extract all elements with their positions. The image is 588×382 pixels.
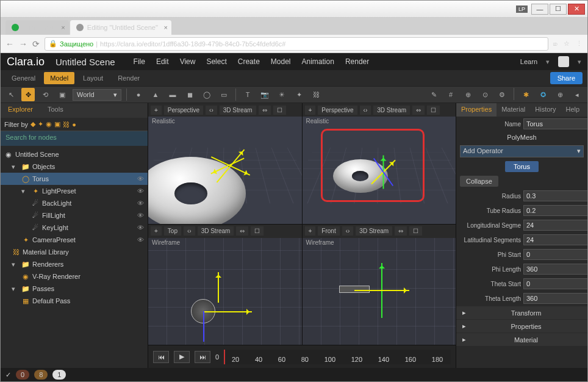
gizmo-icon[interactable]: ✱ <box>519 88 532 101</box>
subtab-general[interactable]: General <box>5 72 41 84</box>
filter-camera-icon[interactable]: ◉ <box>46 120 52 128</box>
menu-model[interactable]: Model <box>271 57 291 66</box>
subtab-layout[interactable]: Layout <box>77 72 109 84</box>
visibility-icon[interactable]: 👁 <box>137 187 144 195</box>
tree-torus[interactable]: ◯Torus👁 <box>1 173 148 185</box>
to-end-button[interactable]: ⏭ <box>195 351 210 363</box>
tree-filllight[interactable]: ☄FillLight👁 <box>1 209 148 222</box>
forward-button[interactable]: → <box>19 39 27 49</box>
visibility-icon[interactable]: 👁 <box>137 224 144 231</box>
user-icon[interactable] <box>558 56 569 67</box>
menu-select[interactable]: Select <box>206 57 226 66</box>
tree-scene[interactable]: ◉Untitled Scene <box>1 148 148 160</box>
text-icon[interactable]: T <box>241 88 254 101</box>
theta-start-input[interactable] <box>523 278 588 289</box>
tree-keylight[interactable]: ☄KeyLight👁 <box>1 222 148 234</box>
tab-material[interactable]: Material <box>497 103 530 117</box>
close-tab-icon[interactable]: × <box>61 24 65 31</box>
visibility-icon[interactable]: 👁 <box>137 175 144 182</box>
sphere-icon[interactable]: ● <box>132 88 145 101</box>
status-pill[interactable]: 8 <box>34 370 48 380</box>
phi-length-input[interactable] <box>523 264 588 275</box>
menu-file[interactable]: File <box>134 57 145 66</box>
tab-properties[interactable]: Properties <box>456 103 497 117</box>
viewport-top[interactable]: +Top‹›3D Stream⇔☐ Wireframe <box>148 225 302 345</box>
torus-operator-button[interactable]: Torus <box>505 161 539 172</box>
radius-input[interactable] <box>523 190 588 201</box>
timeline-track[interactable]: 20406080100120140160180 <box>224 350 451 364</box>
menu-render[interactable]: Render <box>345 57 369 66</box>
filter-material-icon[interactable]: ▣ <box>54 120 60 128</box>
chevron-left-icon[interactable]: ◂ <box>570 88 584 101</box>
add-operator-select[interactable]: Add Operator▾ <box>460 145 584 157</box>
cone-icon[interactable]: ▲ <box>149 88 162 101</box>
maximize-button[interactable]: ☐ <box>550 4 567 15</box>
play-button[interactable]: ▶ <box>174 351 190 363</box>
status-pill[interactable]: 0 <box>16 370 29 380</box>
filter-bone-icon[interactable]: ⛓ <box>63 121 70 128</box>
section-transform[interactable]: ▸Transform <box>456 306 587 319</box>
tab-tools[interactable]: Tools <box>40 103 71 118</box>
grid-icon[interactable]: # <box>444 88 457 101</box>
filter-null-icon[interactable]: ● <box>72 121 76 128</box>
subtab-model[interactable]: Model <box>44 72 74 84</box>
visibility-icon[interactable]: 👁 <box>137 200 144 207</box>
viewport-front[interactable]: +Front‹›3D Stream⇔☐ Wireframe <box>303 225 456 345</box>
rotate-icon[interactable]: ⟲ <box>38 88 52 101</box>
tree-default-pass[interactable]: ▦Default Pass <box>1 295 148 307</box>
tree-backlight[interactable]: ☄BackLight👁 <box>1 197 148 209</box>
learn-dropdown[interactable]: Learn <box>520 58 537 65</box>
tree-objects[interactable]: ▾📁Objects <box>1 160 148 173</box>
coord-space-select[interactable]: World▾ <box>73 89 121 101</box>
share-button[interactable]: Share <box>550 72 583 84</box>
close-button[interactable]: ✕ <box>568 4 585 15</box>
lat-seg-input[interactable] <box>523 234 588 245</box>
tab-explorer[interactable]: Explorer <box>1 103 40 118</box>
snap-icon[interactable]: ⊕ <box>461 88 475 101</box>
tree-vray[interactable]: ◉V-Ray Renderer <box>1 270 148 283</box>
subtab-render[interactable]: Render <box>112 72 146 84</box>
name-input[interactable] <box>523 118 588 129</box>
close-tab-icon[interactable]: × <box>163 24 167 31</box>
browser-tab[interactable]: Lumpics.ru× <box>5 20 69 35</box>
status-pill[interactable]: 1 <box>52 370 66 380</box>
menu-view[interactable]: View <box>180 57 196 66</box>
bone-icon[interactable]: ⛓ <box>309 88 323 101</box>
menu-create[interactable]: Create <box>238 57 260 66</box>
section-material[interactable]: ▸Material <box>456 333 587 346</box>
cube-icon[interactable]: ◼ <box>183 88 196 101</box>
null-icon[interactable]: ✦ <box>292 88 306 101</box>
filter-light-icon[interactable]: ✦ <box>38 120 43 128</box>
plus-icon[interactable]: ⊕ <box>553 88 567 101</box>
to-start-button[interactable]: ⏮ <box>153 351 169 363</box>
visibility-icon[interactable]: 👁 <box>137 212 144 219</box>
cursor-icon[interactable]: ↖ <box>4 88 18 101</box>
reload-button[interactable]: ⟳ <box>32 39 40 49</box>
magnet-icon[interactable]: ⊙ <box>478 88 492 101</box>
browser-tab[interactable]: Editing "Untitled Scene"× <box>70 20 171 35</box>
visibility-icon[interactable]: 👁 <box>137 236 144 243</box>
light-icon[interactable]: ☀ <box>275 88 289 101</box>
back-button[interactable]: ← <box>5 39 14 49</box>
translate-icon[interactable]: ⎄ <box>553 40 558 48</box>
filter-mesh-icon[interactable]: ◆ <box>30 120 35 128</box>
section-properties[interactable]: ▸Properties <box>456 320 587 333</box>
wand-icon[interactable]: ✎ <box>427 88 440 101</box>
menu-icon[interactable]: ⋮ <box>576 40 583 48</box>
move-icon[interactable]: ✥ <box>21 88 35 101</box>
tab-help[interactable]: Help <box>561 103 585 117</box>
torus-tool-icon[interactable]: ◯ <box>200 88 213 101</box>
accessibility-icon[interactable]: ✪ <box>536 88 550 101</box>
long-seg-input[interactable] <box>523 220 588 231</box>
tree-passes[interactable]: ▾📁Passes <box>1 283 148 295</box>
camera-icon[interactable]: 📷 <box>258 88 271 101</box>
tool-icon[interactable]: ⚙ <box>495 88 509 101</box>
search-input[interactable]: Search for nodes <box>1 131 148 146</box>
theta-length-input[interactable] <box>523 293 588 304</box>
tree-renderers[interactable]: ▾📁Renderers <box>1 258 148 270</box>
menu-animation[interactable]: Animation <box>302 57 334 66</box>
tree-light-preset[interactable]: ▾✦LightPreset👁 <box>1 185 148 197</box>
tree-camera-preset[interactable]: ✦CameraPreset👁 <box>1 234 148 246</box>
star-icon[interactable]: ☆ <box>564 40 570 48</box>
phi-start-input[interactable] <box>523 249 588 260</box>
